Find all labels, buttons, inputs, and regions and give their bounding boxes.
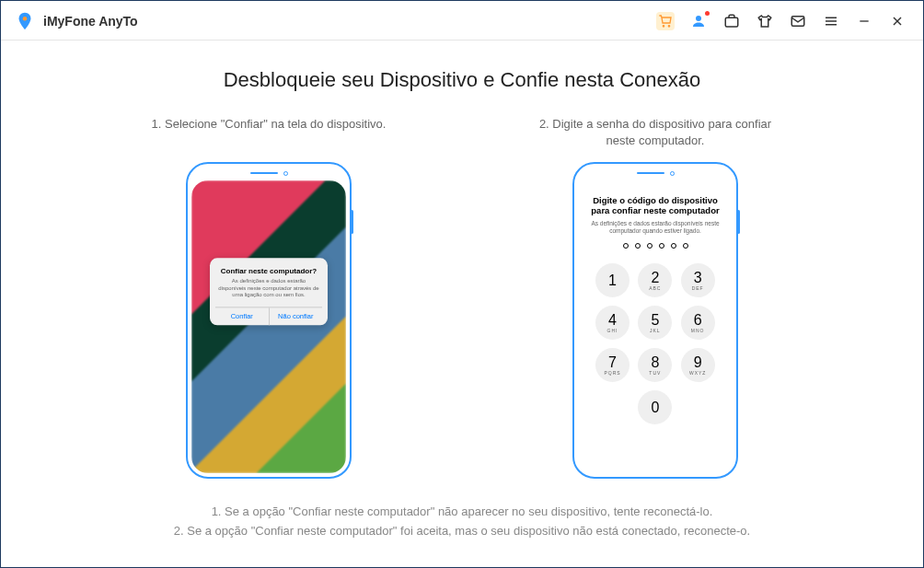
wallpaper-icon: [191, 180, 346, 473]
keypad-key-6: 6MNO: [681, 306, 715, 340]
phone-side-button-icon: [737, 210, 740, 234]
key-num: 3: [694, 271, 702, 285]
trust-button: Confiar: [215, 308, 270, 326]
dialog-buttons: Confiar Não confiar: [215, 307, 322, 326]
title-left: iMyFone AnyTo: [14, 10, 138, 32]
tshirt-icon[interactable]: [756, 12, 774, 30]
key-letters: WXYZ: [689, 371, 706, 376]
keypad-key-7: 7PQRS: [595, 348, 629, 382]
step-2-text: 2. Digite a senha do dispositivo para co…: [526, 116, 784, 149]
phone-notch-icon: [191, 168, 346, 179]
svg-rect-4: [725, 17, 738, 27]
key-num: 8: [651, 355, 659, 370]
keypad-key-4: 4GHI: [595, 306, 629, 340]
key-num: 9: [694, 355, 702, 370]
phone-side-button-icon: [351, 210, 353, 234]
dont-trust-button: Não confiar: [270, 308, 323, 326]
briefcase-icon[interactable]: [722, 12, 741, 30]
passcode-dot-icon: [623, 243, 629, 249]
footer-notes: 1. Se a opção "Confiar neste computador"…: [93, 503, 831, 541]
key-num: 1: [608, 273, 617, 288]
passcode-dot-icon: [635, 243, 641, 249]
app-logo-icon: [14, 10, 36, 32]
dialog-title: Confiar neste computador?: [215, 267, 322, 275]
menu-icon[interactable]: [822, 12, 840, 30]
phone-screen-1: Confiar neste computador? As definições …: [191, 180, 346, 473]
phone-section-trust: 1. Selecione "Confiar" na tela do dispos…: [140, 116, 398, 479]
phone-frame-2: Digite o código do dispositivo para conf…: [572, 162, 738, 479]
content-area: Desbloqueie seu Dispositivo e Confie nes…: [1, 41, 923, 560]
keypad-key-1: 1: [595, 263, 629, 297]
passcode-dot-icon: [671, 243, 676, 249]
titlebar: iMyFone AnyTo: [1, 1, 923, 41]
key-letters: JKL: [650, 329, 661, 333]
svg-point-0: [23, 17, 28, 21]
passcode-sub: As definições e dados estarão disponívei…: [585, 220, 725, 235]
keypad-key-8: 8TUV: [638, 348, 672, 382]
phone-notch-icon: [578, 168, 733, 179]
keypad-key-5: 5JKL: [638, 306, 672, 340]
passcode-dot-icon: [647, 243, 653, 249]
svg-point-3: [696, 16, 701, 21]
note-2: 2. Se a opção "Confiar neste computador"…: [93, 522, 831, 541]
keypad-key-2: 2ABC: [638, 263, 672, 297]
step-1-text: 1. Selecione "Confiar" na tela do dispos…: [152, 116, 387, 149]
keypad-empty: [681, 390, 715, 424]
key-letters: MNO: [691, 329, 705, 333]
phone-section-passcode: 2. Digite a senha do dispositivo para co…: [526, 116, 784, 479]
key-num: 7: [608, 355, 617, 370]
key-letters: PQRS: [604, 371, 620, 376]
trust-dialog: Confiar neste computador? As definições …: [210, 258, 328, 325]
keypad-key-3: 3DEF: [681, 263, 715, 297]
minimize-icon[interactable]: [855, 12, 873, 30]
keypad-key-0: 0: [638, 390, 672, 424]
passcode-title: Digite o código do dispositivo para conf…: [585, 195, 725, 216]
passcode-dot-icon: [659, 243, 664, 249]
key-letters: DEF: [692, 286, 704, 291]
passcode-dot-icon: [683, 243, 688, 249]
key-num: 5: [651, 313, 659, 328]
phone-frame-1: Confiar neste computador? As definições …: [186, 162, 352, 479]
keypad-empty: [595, 390, 629, 424]
key-num: 6: [694, 313, 702, 328]
key-letters: GHI: [607, 329, 618, 333]
app-title: iMyFone AnyTo: [43, 14, 138, 29]
key-letters: TUV: [649, 371, 661, 376]
mail-icon[interactable]: [789, 12, 807, 30]
key-num: 2: [651, 271, 659, 285]
page-title: Desbloqueie seu Dispositivo e Confie nes…: [93, 68, 831, 92]
cart-icon[interactable]: [656, 12, 675, 30]
key-num: 4: [608, 313, 617, 328]
passcode-dots: [623, 243, 688, 249]
close-icon[interactable]: [888, 12, 907, 30]
svg-point-1: [663, 26, 664, 27]
svg-point-2: [668, 26, 669, 27]
dialog-body: As definições e dados estarão disponívei…: [215, 278, 322, 299]
note-1: 1. Se a opção "Confiar neste computador"…: [93, 503, 831, 522]
phones-row: 1. Selecione "Confiar" na tela do dispos…: [93, 116, 831, 479]
key-letters: ABC: [649, 286, 661, 291]
keypad-key-9: 9WXYZ: [681, 348, 715, 382]
keypad: 12ABC3DEF4GHI5JKL6MNO7PQRS8TUV9WXYZ0: [595, 263, 715, 424]
account-icon[interactable]: [689, 12, 708, 30]
phone-screen-2: Digite o código do dispositivo para conf…: [578, 180, 733, 473]
key-num: 0: [651, 400, 659, 415]
notification-dot-icon: [705, 11, 710, 16]
title-right: [656, 12, 907, 30]
